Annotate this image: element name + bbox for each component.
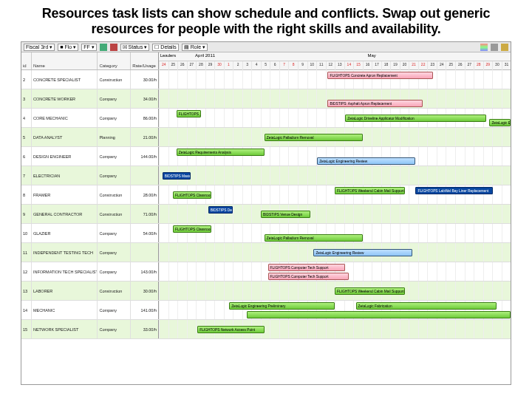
cell-rate	[131, 166, 158, 185]
task-bar[interactable]: ZetaLogic Engineering Preliminary	[229, 302, 335, 310]
day-label: 4	[251, 61, 261, 70]
day-label: 26	[455, 61, 465, 70]
task-bar[interactable]: FLIGHTOPS Computer Tech Support	[268, 273, 349, 280]
task-bar[interactable]: FLIGHTOPS Classroom Addition 341	[173, 191, 211, 199]
view-icon[interactable]	[480, 44, 488, 51]
day-label: 13	[335, 61, 344, 70]
fiscal-dropdown[interactable]: Fiscal 3rd ▾	[24, 44, 55, 51]
day-label: 24	[159, 61, 168, 70]
resource-row[interactable]: 8FRAMERConstruction28.00/hFLIGHTOPS Clas…	[21, 185, 511, 205]
resource-row[interactable]: 12INFORMATION TECH SPECIALISTCompany143.…	[21, 262, 511, 282]
day-label: 19	[390, 61, 400, 70]
cell-category: Company	[98, 301, 131, 319]
resource-row[interactable]: 13LABORERConstruction30.00/hFLIGHTOPS We…	[21, 282, 511, 301]
cell-rate	[131, 243, 158, 262]
resource-row[interactable]: 10GLAZIERCompany54.00/hFLIGHTOPS Classro…	[21, 224, 511, 243]
day-label: 25	[168, 61, 178, 70]
task-bar[interactable]: FLIGHTOPS Network Access Point	[197, 326, 264, 333]
cell-category: Company	[98, 262, 131, 281]
resource-row[interactable]: 7ELECTRICIANCompanyBIDSTIPS Master Revie…	[21, 166, 511, 185]
day-label: 29	[205, 61, 215, 70]
task-bar[interactable]: ZetaLogic Engineering Review	[313, 249, 412, 256]
tool-icon[interactable]	[100, 44, 107, 51]
task-bar[interactable]: FLIGHTOPS _______	[177, 110, 201, 117]
col-category[interactable]: Category	[98, 52, 131, 69]
day-label: 16	[363, 61, 372, 70]
resource-row[interactable]: 4CORE MECHANICCompany86.00/hFLIGHTOPS __…	[21, 109, 511, 128]
resource-row[interactable]: 9GENERAL CONTRACTORConstruction71.00/hBI…	[21, 205, 511, 224]
resource-row[interactable]: 6DESIGN ENGINEERCompany144.00/hZetaLogic…	[21, 147, 511, 166]
task-bar[interactable]: ZetaLogic End Analysis	[489, 119, 511, 126]
resource-row[interactable]: 3CONCRETE WORKERCompany34.00/hBIDSTIPS: …	[21, 89, 511, 109]
cell-rate: 144.00/h	[131, 147, 158, 166]
cell-idc: 13	[21, 282, 32, 300]
gantt-lane: FLIGHTOPS Computer Tech SupportFLIGHTOPS…	[159, 262, 511, 281]
cell-idc: 14	[21, 301, 32, 319]
cell-idc: 2	[21, 70, 32, 89]
day-label: 25	[446, 61, 455, 70]
cell-name: DATA ANALYST	[32, 128, 98, 146]
scheduler-app: Fiscal 3rd ▾ ■ Flo ▾ FF ▾ ☒ Status ▾ ☐ D…	[21, 41, 511, 385]
cell-idc: 9	[21, 205, 32, 223]
col-name[interactable]: Name	[32, 52, 98, 69]
col-rate[interactable]: Rate/Usage	[131, 52, 158, 69]
day-label: 17	[372, 61, 381, 70]
task-bar[interactable]: ZetaLogic Palladium Removal	[265, 234, 363, 242]
day-header: 2425262728293012345678910111213141516171…	[159, 61, 511, 70]
day-label: 30	[492, 61, 502, 70]
day-label: 18	[381, 61, 391, 70]
day-label: 9	[298, 61, 307, 70]
task-bar[interactable]: FLIGHTOPS Weekend Cabin Mail Supports	[335, 287, 405, 295]
task-bar[interactable]: FLIGHTOPS LabWel Bay Liner Replacement	[415, 187, 493, 194]
tool-icon[interactable]	[501, 44, 508, 51]
task-bar[interactable]: BIDSTIPS Master Review	[163, 172, 191, 180]
resource-row[interactable]: 2CONCRETE SPECIALISTConstruction30.00/hF…	[21, 70, 511, 89]
status-dropdown[interactable]: ☒ Status ▾	[120, 44, 150, 51]
flo-dropdown[interactable]: ■ Flo ▾	[58, 44, 78, 51]
resource-row[interactable]: 5DATA ANALYSTPlanning21.00/hZetaLogic Pa…	[21, 128, 511, 147]
page-caption: Resources task lists can show schedule a…	[0, 0, 532, 38]
task-bar[interactable]: FLIGHTOPS Weekend Cabin Mail Supports	[335, 187, 405, 194]
cell-name: LABORER	[32, 282, 98, 300]
tool-icon[interactable]	[491, 44, 498, 51]
cell-name: NETWORK SPECIALIST	[32, 320, 98, 338]
day-label: 22	[418, 61, 428, 70]
cell-name: MECHANIC	[32, 301, 98, 319]
resource-row[interactable]: 14MECHANICCompany141.00/hZetaLogic Engin…	[21, 301, 511, 320]
cell-rate: 141.00/h	[131, 301, 158, 319]
task-bar[interactable]: BIDSTIPS Venue Design	[261, 211, 310, 218]
task-bar[interactable]: FLIGHTOPS Classroom Addition 341	[173, 225, 211, 233]
day-label: 2	[233, 61, 242, 70]
task-bar[interactable]	[247, 311, 511, 318]
day-label: 12	[326, 61, 335, 70]
day-label: 20	[400, 61, 409, 70]
task-bar[interactable]: ZetaLogic Fabrication	[356, 302, 497, 310]
role-dropdown[interactable]: ▤ Role ▾	[182, 44, 208, 51]
cell-category: Company	[98, 320, 131, 338]
task-bar[interactable]: ZetaLogic Requirements Analysis	[177, 149, 265, 156]
task-bar[interactable]: ZetaLogic Driveline Applicator Modificat…	[345, 115, 485, 122]
cell-name: CONCRETE SPECIALIST	[32, 70, 98, 89]
cell-name: FRAMER	[32, 185, 98, 204]
task-bar[interactable]: FLIGHTOPS Computer Tech Support	[268, 264, 346, 271]
ff-dropdown[interactable]: FF ▾	[81, 44, 97, 51]
day-label: 5	[261, 61, 270, 70]
task-bar[interactable]: FLIGHTOPS Concrete Apron Replacement	[327, 72, 433, 79]
gantt-lane: ZetaLogic Palladium Removal	[159, 128, 511, 146]
details-toggle[interactable]: ☐ Details	[152, 44, 178, 51]
task-bar[interactable]: ZetaLogic Palladium Removal	[265, 134, 363, 141]
tool-icon[interactable]	[110, 44, 117, 51]
task-bar[interactable]: BIDSTIPS: Asphalt Apron Replacement	[327, 100, 423, 107]
month-label: Leaders	[159, 52, 177, 61]
cell-rate: 34.00/h	[131, 89, 158, 108]
gantt-lane: FLIGHTOPS Concrete Apron Replacement	[159, 70, 511, 89]
cell-category: Company	[98, 89, 131, 108]
task-bar[interactable]: BIDSTIPS Design	[208, 206, 233, 214]
cell-idc: 12	[21, 262, 32, 281]
resource-row[interactable]: 11INDEPENDENT TESTING TECHCompanyZetaLog…	[21, 243, 511, 262]
resource-row[interactable]: 15NETWORK SPECIALISTCompany33.00/hFLIGHT…	[21, 320, 511, 339]
task-bar[interactable]: ZetaLogic Engineering Review	[317, 157, 415, 165]
day-label: 29	[483, 61, 493, 70]
gantt-lane: ZetaLogic Requirements AnalysisZetaLogic…	[159, 147, 511, 166]
col-id[interactable]: id	[21, 52, 32, 69]
